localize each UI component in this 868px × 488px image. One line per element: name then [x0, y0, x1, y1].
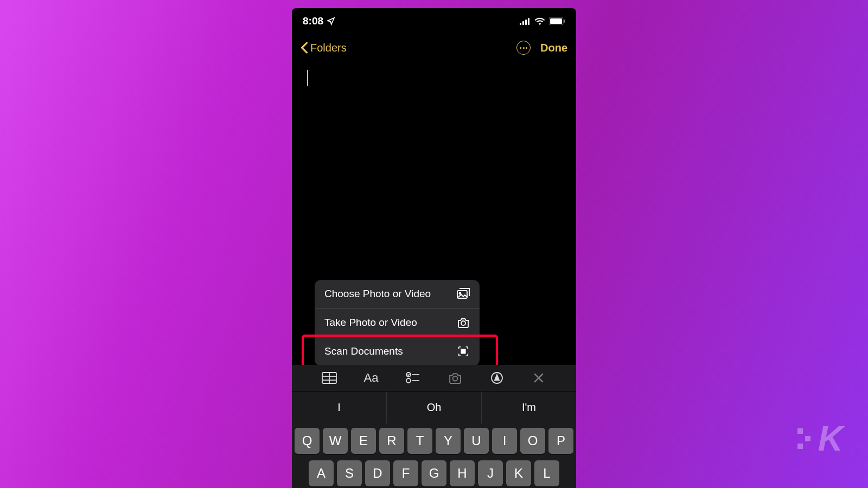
notes-toolbar: Aa — [292, 365, 576, 391]
key-o[interactable]: O — [520, 428, 545, 454]
key-j[interactable]: J — [478, 460, 503, 486]
photo-library-icon — [457, 288, 470, 300]
signal-icon — [520, 17, 531, 25]
close-toolbar-button[interactable] — [531, 370, 547, 386]
key-a[interactable]: A — [309, 460, 334, 486]
suggestion-0[interactable]: I — [292, 391, 387, 423]
key-k[interactable]: K — [506, 460, 531, 486]
back-button[interactable]: Folders — [301, 42, 347, 54]
text-format-button[interactable]: Aa — [363, 370, 379, 386]
table-icon — [322, 372, 337, 384]
menu-take-photo[interactable]: Take Photo or Video — [315, 309, 480, 337]
markup-icon — [490, 371, 503, 384]
key-r[interactable]: R — [379, 428, 404, 454]
key-l[interactable]: L — [534, 460, 559, 486]
note-body[interactable] — [292, 61, 576, 95]
svg-rect-5 — [550, 18, 562, 24]
close-icon — [533, 373, 544, 383]
menu-label: Choose Photo or Video — [324, 288, 431, 300]
suggestion-1[interactable]: Oh — [387, 391, 482, 423]
svg-rect-10 — [461, 349, 465, 354]
ellipsis-icon — [520, 47, 527, 49]
keyboard: Q W E R T Y U I O P A S D F G H J K L — [292, 423, 576, 488]
battery-icon — [549, 17, 565, 25]
checklist-icon — [406, 372, 420, 384]
menu-scan-documents[interactable]: Scan Documents — [315, 337, 480, 366]
scan-icon — [457, 345, 470, 357]
key-p[interactable]: P — [548, 428, 573, 454]
table-button[interactable] — [321, 370, 337, 386]
done-button[interactable]: Done — [540, 42, 567, 54]
status-time: 8:08 — [303, 15, 323, 27]
location-icon — [327, 17, 335, 25]
nav-bar: Folders Done — [292, 34, 576, 61]
wifi-icon — [534, 17, 545, 25]
svg-rect-3 — [528, 18, 529, 25]
key-h[interactable]: H — [450, 460, 475, 486]
status-bar: 8:08 — [292, 8, 576, 34]
camera-button[interactable] — [447, 370, 463, 386]
svg-rect-1 — [522, 21, 524, 25]
text-cursor — [307, 70, 308, 86]
svg-point-8 — [459, 293, 461, 294]
suggestion-2[interactable]: I'm — [482, 391, 576, 423]
key-q[interactable]: Q — [295, 428, 320, 454]
phone-frame: 8:08 Folders Done Choose Photo or Video — [292, 8, 576, 488]
key-d[interactable]: D — [365, 460, 390, 486]
svg-point-9 — [461, 321, 465, 325]
key-f[interactable]: F — [393, 460, 418, 486]
key-i[interactable]: I — [492, 428, 517, 454]
svg-rect-0 — [520, 23, 521, 25]
watermark-logo: K — [818, 419, 842, 459]
svg-point-19 — [452, 376, 457, 381]
key-w[interactable]: W — [323, 428, 348, 454]
camera-icon — [448, 372, 463, 384]
quicktype-bar: I Oh I'm — [292, 391, 576, 423]
key-y[interactable]: Y — [436, 428, 461, 454]
key-e[interactable]: E — [351, 428, 376, 454]
svg-point-17 — [406, 378, 411, 383]
back-label: Folders — [310, 42, 347, 54]
chevron-left-icon — [301, 42, 308, 54]
menu-label: Take Photo or Video — [324, 317, 417, 329]
keyboard-row-2: A S D F G H J K L — [294, 460, 574, 486]
key-t[interactable]: T — [407, 428, 432, 454]
checklist-button[interactable] — [405, 370, 421, 386]
camera-icon — [457, 317, 470, 329]
svg-rect-2 — [525, 20, 527, 25]
key-g[interactable]: G — [422, 460, 446, 486]
menu-choose-photo[interactable]: Choose Photo or Video — [315, 280, 480, 309]
markup-button[interactable] — [489, 370, 505, 386]
keyboard-row-1: Q W E R T Y U I O P — [294, 428, 574, 454]
menu-label: Scan Documents — [324, 345, 403, 357]
svg-rect-6 — [564, 20, 565, 23]
more-button[interactable] — [516, 41, 531, 55]
camera-menu-popup: Choose Photo or Video Take Photo or Vide… — [315, 280, 480, 366]
key-s[interactable]: S — [337, 460, 362, 486]
key-u[interactable]: U — [464, 428, 489, 454]
